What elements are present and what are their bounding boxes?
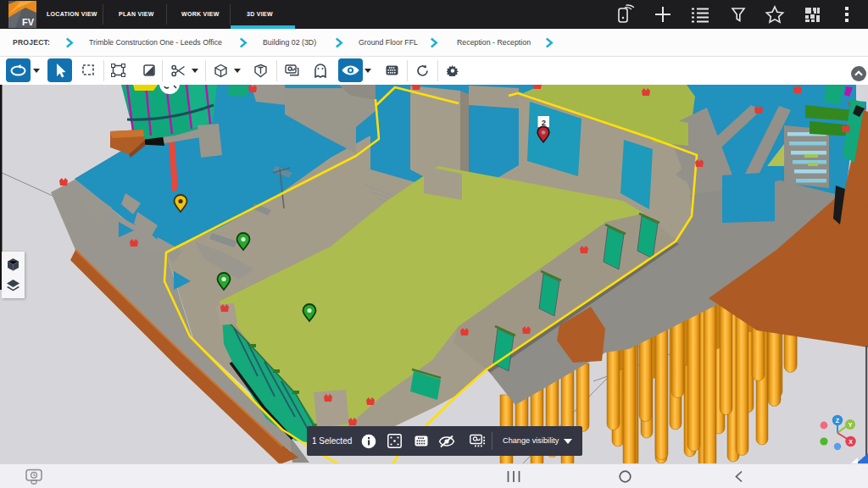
svg-text:Y: Y	[849, 422, 853, 428]
svg-text:X: X	[849, 439, 853, 445]
svg-text:2: 2	[542, 118, 546, 127]
svg-text:Z: Z	[836, 418, 840, 424]
